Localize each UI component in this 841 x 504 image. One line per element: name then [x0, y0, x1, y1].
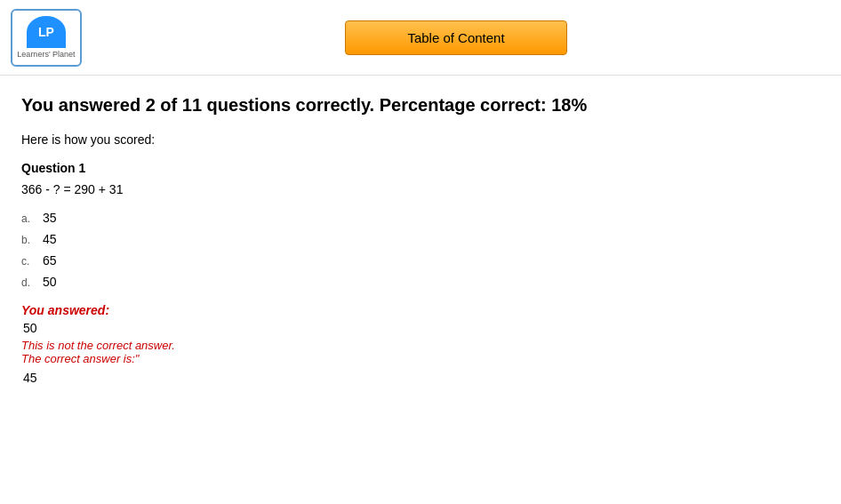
- logo: Learners' Planet: [11, 9, 82, 67]
- question-text: 366 - ? = 290 + 31: [21, 182, 820, 196]
- incorrect-message: This is not the correct answer.: [21, 339, 820, 352]
- list-item: a. 35: [21, 211, 820, 225]
- list-item: c. 65: [21, 253, 820, 268]
- list-item: b. 45: [21, 232, 820, 246]
- option-letter-d: d.: [21, 276, 43, 289]
- header-center: Table of Content: [82, 20, 830, 55]
- option-value-d: 50: [43, 275, 57, 289]
- correct-answer-value: 45: [23, 371, 820, 385]
- question-label: Question 1: [21, 161, 820, 175]
- score-heading: You answered 2 of 11 questions correctly…: [21, 93, 820, 116]
- correct-answer-label: The correct answer is:": [21, 352, 820, 365]
- toc-button[interactable]: Table of Content: [345, 20, 567, 55]
- header: Learners' Planet Table of Content: [0, 0, 841, 76]
- list-item: d. 50: [21, 275, 820, 289]
- logo-icon: [27, 16, 66, 48]
- you-answered-label: You answered:: [21, 303, 820, 317]
- option-letter-a: a.: [21, 212, 43, 225]
- option-letter-c: c.: [21, 255, 43, 268]
- main-content: You answered 2 of 11 questions correctly…: [0, 76, 841, 403]
- logo-text: Learners' Planet: [17, 50, 75, 59]
- option-letter-b: b.: [21, 234, 43, 246]
- option-value-c: 65: [43, 253, 57, 268]
- how-scored-text: Here is how you scored:: [21, 132, 820, 147]
- options-list: a. 35 b. 45 c. 65 d. 50: [21, 211, 820, 289]
- user-answer: 50: [23, 321, 820, 335]
- option-value-a: 35: [43, 211, 57, 225]
- option-value-b: 45: [43, 232, 57, 246]
- logo-inner: Learners' Planet: [17, 16, 75, 59]
